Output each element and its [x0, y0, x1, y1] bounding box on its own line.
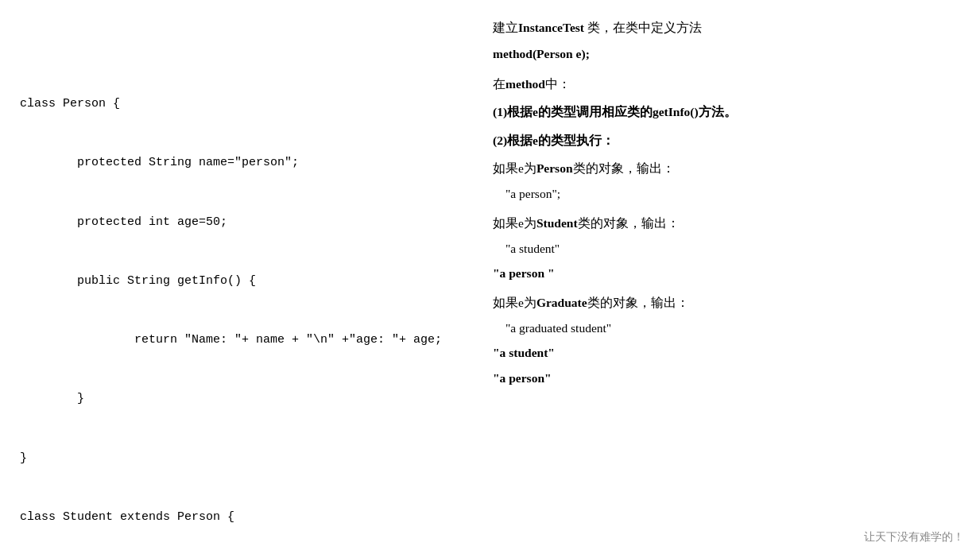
instruction-intro: 建立InstanceTest 类，在类中定义方法 — [493, 16, 948, 39]
case3-output2: "a student" — [493, 341, 948, 364]
code-line-3: protected int age=50; — [20, 213, 469, 233]
code-line-2: protected String name="person"; — [20, 153, 469, 173]
instruction-in-method: 在method中： — [493, 72, 948, 95]
case1-header: 如果e为Person类的对象，输出： — [493, 157, 948, 180]
in-method-text: 在 — [493, 77, 505, 91]
watermark: 让天下没有难学的！ — [864, 530, 964, 544]
case3-output1-text: "a graduated student" — [505, 321, 611, 335]
case3-output3: "a person" — [493, 366, 948, 389]
case3-output1: "a graduated student" — [505, 316, 948, 339]
method-signature: method(Person e); — [493, 47, 590, 60]
code-line-5: return "Name: "+ name + "\n" +"age: "+ a… — [20, 331, 469, 351]
in-method-bold: method — [505, 77, 545, 91]
case3-rest: 类的对象，输出： — [587, 296, 689, 309]
case2-bold: Student — [536, 216, 578, 230]
instructions-panel: 建立InstanceTest 类，在类中定义方法 method(Person e… — [477, 8, 964, 546]
case3-pre: 如果e为 — [493, 296, 536, 309]
point2-text: (2)根据e的类型执行： — [493, 134, 614, 147]
case2-output1-text: "a student" — [505, 242, 560, 255]
case2-rest: 类的对象，输出： — [578, 216, 680, 230]
case2-header: 如果e为Student类的对象，输出： — [493, 211, 948, 234]
instruction-method-sig: method(Person e); — [493, 42, 948, 65]
instruction-point1: (1)根据e的类型调用相应类的getInfo()方法。 — [493, 100, 948, 123]
case3-output3-text: "a person" — [493, 371, 552, 385]
case1-pre: 如果e为 — [493, 161, 536, 175]
intro-text-2: 类，在类中定义方法 — [584, 21, 702, 34]
code-panel: class Person { protected String name="pe… — [16, 8, 477, 546]
code-line-4: public String getInfo() { — [20, 272, 469, 292]
case1-output: "a person"; — [505, 182, 948, 205]
code-line-7: } — [20, 449, 469, 469]
case2-output1: "a student" — [505, 237, 948, 260]
case3-bold: Graduate — [536, 296, 587, 309]
case1-bold: Person — [536, 161, 573, 175]
in-method-rest: 中： — [545, 77, 571, 91]
case2-output2-text: "a person " — [493, 266, 555, 280]
case1-output-text: "a person"; — [505, 187, 560, 200]
case3-output2-text: "a student" — [493, 346, 555, 359]
case2-output2: "a person " — [493, 262, 948, 285]
intro-text-1: 建立 — [493, 21, 518, 34]
code-line-8: class Student extends Person { — [20, 508, 469, 528]
code-block: class Person { protected String name="pe… — [20, 56, 469, 555]
point1-bold: getInfo() — [653, 105, 699, 118]
code-line-6: } — [20, 389, 469, 409]
point1-text: (1)根据e的类型调用相应类的getInfo()方法。 — [493, 105, 737, 118]
instruction-point2: (2)根据e的类型执行： — [493, 129, 948, 152]
case2-pre: 如果e为 — [493, 216, 536, 230]
case1-rest: 类的对象，输出： — [573, 161, 675, 175]
case3-header: 如果e为Graduate类的对象，输出： — [493, 291, 948, 314]
code-line-1: class Person { — [20, 95, 469, 114]
intro-bold-1: InstanceTest — [518, 21, 584, 34]
